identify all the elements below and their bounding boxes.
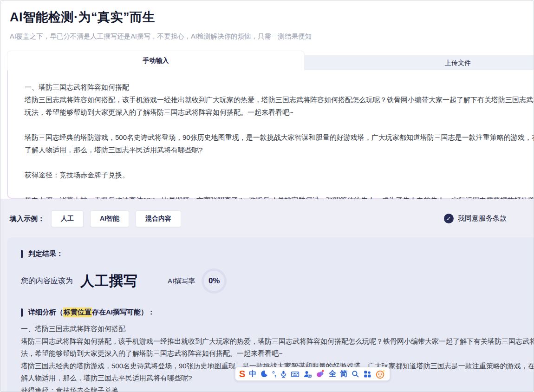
verdict-section-title: 判定结果： xyxy=(28,249,63,258)
page-title: AI智能检测·为“真实”而生 xyxy=(10,9,155,26)
search-icon[interactable] xyxy=(351,368,359,380)
verdict-section-header: 判定结果： xyxy=(21,249,534,258)
chinese-mode-icon[interactable]: 中 xyxy=(249,368,256,380)
analysis-text: 一、塔防三国志武将阵容如何搭配 塔防三国志武将阵容如何搭配，该手机游戏一经推出就… xyxy=(21,323,534,392)
simplified-toggle-icon[interactable]: 简 xyxy=(340,368,347,380)
verdict-row: 您的内容应该为 人工撰写 AI撰写率 0% xyxy=(21,268,534,294)
skin-account-icon[interactable]: SB xyxy=(303,368,312,380)
verdict-value: 人工撰写 xyxy=(80,272,138,291)
ai-rate-label: AI撰写率 xyxy=(168,277,195,286)
section-accent-bar xyxy=(21,250,23,258)
example-button-ai[interactable]: AI智能 xyxy=(90,210,129,227)
ai-rate-value: 0% xyxy=(208,276,220,286)
agree-terms[interactable]: ✓ 我同意服务条款 xyxy=(444,214,507,223)
punctuation-icon[interactable]: °, xyxy=(272,368,276,380)
page-header: AI智能检测·为“真实”而生 AI覆盖之下，早已分不清是人工撰写还是AI撰写，不… xyxy=(0,0,534,51)
section-accent-bar xyxy=(21,308,23,317)
text-input[interactable]: 一、塔防三国志武将阵容如何搭配 塔防三国志武将阵容如何搭配，该手机游戏一经推出就… xyxy=(25,81,534,206)
sogou-logo-icon[interactable]: S xyxy=(239,368,245,380)
analysis-title-suffix: 存在AI撰写可能）： xyxy=(92,308,155,317)
check-circle-icon[interactable]: ✓ xyxy=(444,214,454,223)
examples-row: 填入示例： 人工 AI智能 混合内容 xyxy=(10,210,181,227)
voice-input-icon[interactable] xyxy=(280,368,287,380)
analysis-section-header: 详细分析（ 标黄位置 存在AI撰写可能）： xyxy=(21,307,534,317)
emoji-icon[interactable] xyxy=(375,368,386,380)
fullwidth-toggle-icon[interactable]: 全 xyxy=(329,368,336,380)
tab-upload-file-label: 上传文件 xyxy=(445,59,471,67)
agree-terms-label: 我同意服务条款 xyxy=(458,214,507,223)
example-button-mixed[interactable]: 混合内容 xyxy=(136,210,181,227)
verdict-prefix: 您的内容应该为 xyxy=(21,276,73,286)
virtual-keyboard-icon[interactable] xyxy=(291,368,300,380)
activity-gift-icon[interactable] xyxy=(316,368,325,380)
night-mode-icon[interactable] xyxy=(260,368,268,380)
analysis-title-prefix: 详细分析（ xyxy=(28,308,63,317)
tab-manual-input-label: 手动输入 xyxy=(143,57,169,65)
toolbox-grid-icon[interactable] xyxy=(363,368,371,380)
tab-manual-input[interactable]: 手动输入 xyxy=(7,51,305,71)
example-button-human[interactable]: 人工 xyxy=(51,210,84,227)
analysis-title-highlight: 标黄位置 xyxy=(63,307,92,317)
ai-rate-gauge: 0% xyxy=(202,268,227,294)
ime-toolbar[interactable]: S 中 °, SB 全 简 xyxy=(235,367,390,381)
page-subtitle: AI覆盖之下，早已分不清是人工撰写还是AI撰写，不要担心，AI检测解决你的烦恼，… xyxy=(10,32,312,41)
tab-upload-file[interactable]: 上传文件 xyxy=(305,55,534,71)
examples-label: 填入示例： xyxy=(10,215,45,223)
svg-text:SB: SB xyxy=(308,375,312,377)
text-input-card: 一、塔防三国志武将阵容如何搭配 塔防三国志武将阵容如何搭配，该手机游戏一经推出就… xyxy=(7,70,534,199)
